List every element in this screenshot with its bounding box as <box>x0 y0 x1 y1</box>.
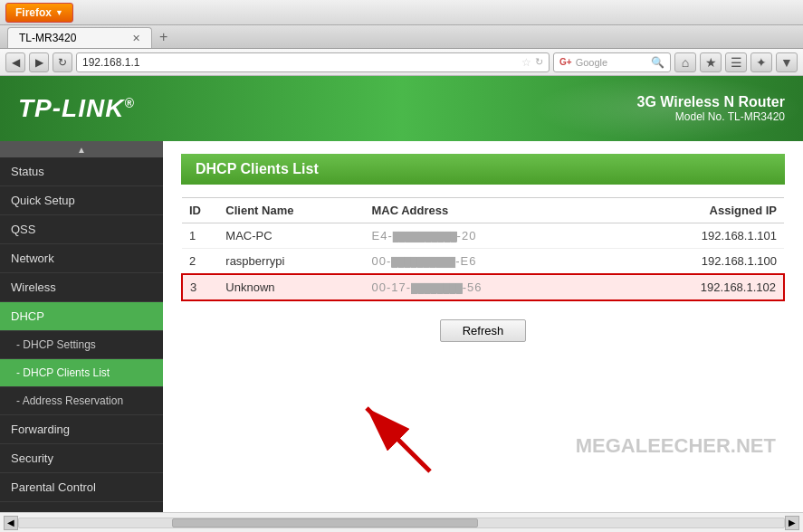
sidebar-item-wireless[interactable]: Wireless <box>0 273 163 302</box>
tab-bar: TL-MR3420 ✕ + <box>0 25 803 49</box>
google-logo-g: G+ <box>559 57 572 67</box>
table-row: 1 MAC-PC E4-██████████-20 192.168.1.101 <box>182 223 784 249</box>
section-header: DHCP Clients List <box>181 154 785 185</box>
google-search-bar[interactable]: G+ Google 🔍 <box>553 52 671 72</box>
scroll-thumb <box>172 518 478 527</box>
refresh-button[interactable]: Refresh <box>440 319 527 342</box>
cell-name: Unknown <box>218 274 364 300</box>
col-header-mac: MAC Address <box>365 198 638 223</box>
titlebar: Firefox <box>0 0 803 25</box>
sidebar-item-security[interactable]: Security <box>0 444 163 473</box>
svg-line-1 <box>367 408 430 471</box>
content-area: DHCP Clients List ID Client Name MAC Add… <box>163 141 803 512</box>
sidebar-item-access-control[interactable]: Access Control <box>0 502 163 512</box>
bookmarks-button[interactable]: ★ <box>700 52 722 72</box>
firefox-menu-button[interactable]: Firefox <box>5 3 73 23</box>
clients-table: ID Client Name MAC Address Assigned IP 1… <box>181 197 785 301</box>
router-info: 3G Wireless N Router Model No. TL-MR3420 <box>637 94 785 123</box>
cell-name: MAC-PC <box>218 223 364 249</box>
sidebar-item-dhcp[interactable]: DHCP <box>0 302 163 331</box>
section-title: DHCP Clients List <box>196 161 319 176</box>
address-text: 192.168.1.1 <box>82 56 518 69</box>
tp-link-logo: TP-LINK® <box>18 94 135 123</box>
bottom-scrollbar: ◀ ▶ <box>0 512 803 532</box>
scroll-left-button[interactable]: ◀ <box>4 516 18 530</box>
tab-title: TL-MR3420 <box>19 32 76 44</box>
content-inner: DHCP Clients List ID Client Name MAC Add… <box>163 141 803 355</box>
sidebar-item-network[interactable]: Network <box>0 244 163 273</box>
sidebar-item-address-reservation[interactable]: - Address Reservation <box>0 387 163 415</box>
new-tab-button[interactable]: + <box>152 26 175 48</box>
sidebar-item-forwarding[interactable]: Forwarding <box>0 415 163 444</box>
col-header-ip: Assigned IP <box>638 198 784 223</box>
sidebar-item-parental-control[interactable]: Parental Control <box>0 473 163 502</box>
browser-tab[interactable]: TL-MR3420 ✕ <box>7 27 152 48</box>
sidebar-item-quick-setup[interactable]: Quick Setup <box>0 186 163 215</box>
sidebar: ▲ Status Quick Setup QSS Network Wireles… <box>0 141 163 512</box>
cell-mac: E4-██████████-20 <box>365 223 638 249</box>
main-layout: ▲ Status Quick Setup QSS Network Wireles… <box>0 141 803 512</box>
product-title: 3G Wireless N Router <box>637 94 785 110</box>
cell-name: raspberrypi <box>218 249 364 275</box>
address-bar[interactable]: 192.168.1.1 ☆ ↻ <box>76 52 550 72</box>
cell-ip: 192.168.1.101 <box>638 223 784 249</box>
scroll-right-button[interactable]: ▶ <box>785 516 799 530</box>
star-icon: ☆ <box>521 56 531 69</box>
cell-id: 1 <box>182 223 218 249</box>
cell-mac: 00-17-████████-56 <box>365 274 638 300</box>
back-button[interactable]: ◀ <box>5 52 25 72</box>
reload-button[interactable]: ↻ <box>53 52 72 72</box>
sidebar-item-status[interactable]: Status <box>0 157 163 186</box>
col-header-name: Client Name <box>218 198 364 223</box>
addons-button[interactable]: ✦ <box>750 52 772 72</box>
refresh-icon: ↻ <box>535 56 543 68</box>
table-row-highlighted: 3 Unknown 00-17-████████-56 192.168.1.10… <box>182 274 784 300</box>
arrow-indicator <box>339 372 448 480</box>
cell-ip: 192.168.1.102 <box>638 274 784 300</box>
watermark: MEGALEECHER.NET <box>576 434 776 458</box>
horizontal-scrollbar[interactable] <box>18 518 785 528</box>
google-placeholder: Google <box>576 57 651 68</box>
router-header: TP-LINK® 3G Wireless N Router Model No. … <box>0 76 803 141</box>
search-icon: 🔍 <box>651 56 664 69</box>
cell-ip: 192.168.1.100 <box>638 249 784 275</box>
cell-id: 3 <box>182 274 218 300</box>
refresh-area: Refresh <box>181 319 785 342</box>
sidebar-item-dhcp-clients[interactable]: - DHCP Clients List <box>0 359 163 387</box>
model-number: Model No. TL-MR3420 <box>637 110 785 123</box>
tools-button[interactable]: ▼ <box>776 52 798 72</box>
forward-button[interactable]: ▶ <box>29 52 49 72</box>
home-button[interactable]: ⌂ <box>674 52 696 72</box>
cell-id: 2 <box>182 249 218 275</box>
sidebar-item-dhcp-settings[interactable]: - DHCP Settings <box>0 331 163 359</box>
nav-bar: ◀ ▶ ↻ 192.168.1.1 ☆ ↻ G+ Google 🔍 ⌂ ★ ☰ … <box>0 49 803 76</box>
cell-mac: 00-██████████-E6 <box>365 249 638 275</box>
table-row: 2 raspberrypi 00-██████████-E6 192.168.1… <box>182 249 784 275</box>
menu-button[interactable]: ☰ <box>725 52 747 72</box>
sidebar-scroll-up[interactable]: ▲ <box>0 141 163 157</box>
tab-close-icon[interactable]: ✕ <box>132 33 140 44</box>
firefox-label: Firefox <box>15 6 52 19</box>
col-header-id: ID <box>182 198 218 223</box>
sidebar-item-qss[interactable]: QSS <box>0 215 163 244</box>
